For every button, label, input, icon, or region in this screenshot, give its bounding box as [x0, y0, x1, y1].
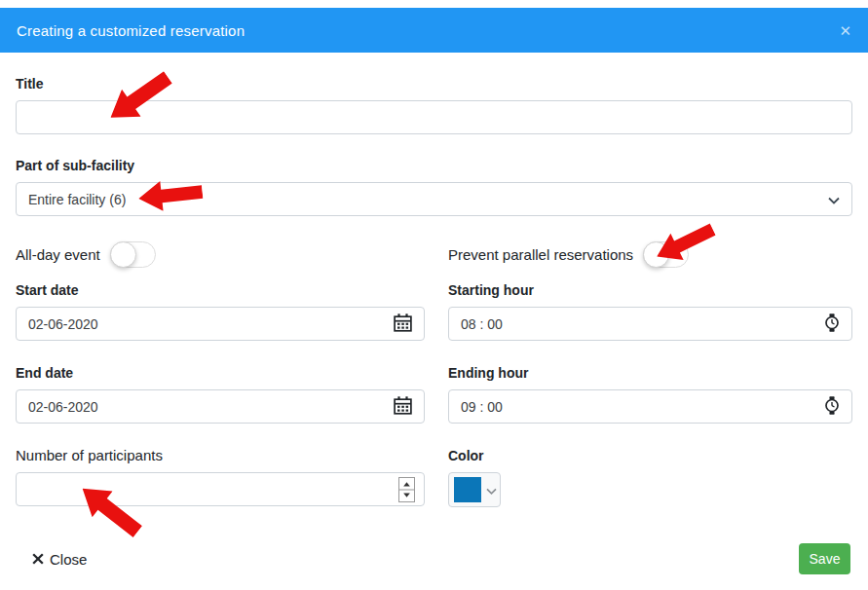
calendar-icon: [394, 396, 412, 418]
starting-hour-value: 08 : 00: [461, 316, 824, 332]
calendar-icon: [394, 313, 412, 335]
close-icon[interactable]: ✕: [839, 23, 851, 38]
start-date-label: Start date: [16, 282, 425, 298]
starting-hour-input[interactable]: 08 : 00: [448, 307, 852, 341]
end-date-label: End date: [16, 365, 425, 381]
sub-facility-selected-option: Entire facility (6): [28, 192, 828, 207]
starting-hour-label: Starting hour: [448, 282, 852, 298]
clock-icon: [824, 396, 840, 418]
color-swatch: [454, 477, 481, 502]
ending-hour-label: Ending hour: [448, 365, 852, 381]
participants-label: Number of participants: [16, 448, 425, 463]
sub-facility-label: Part of sub-facility: [16, 158, 852, 173]
toggle-knob: [643, 241, 669, 268]
clock-icon: [824, 313, 840, 335]
ending-hour-input[interactable]: 09 : 00: [448, 389, 852, 424]
title-label: Title: [16, 76, 852, 92]
sub-facility-select[interactable]: Entire facility (6): [16, 182, 852, 216]
start-date-value: 02-06-2020: [28, 316, 394, 332]
participants-input[interactable]: [16, 472, 425, 506]
page-margin: [0, 0, 868, 8]
prevent-parallel-label: Prevent parallel reservations: [448, 247, 633, 263]
toggle-knob: [110, 241, 136, 268]
color-label: Color: [448, 448, 852, 463]
all-day-label: All-day event: [16, 247, 100, 263]
color-picker[interactable]: [448, 472, 501, 507]
prevent-parallel-toggle[interactable]: [643, 241, 689, 268]
modal-body: Title Part of sub-facility Entire facili…: [0, 76, 868, 507]
save-button[interactable]: Save: [799, 543, 850, 574]
close-button[interactable]: Close: [32, 551, 87, 568]
close-x-icon: [32, 551, 44, 568]
title-input[interactable]: [16, 100, 852, 134]
chevron-down-icon: [828, 192, 840, 207]
modal-header: Creating a customized reservation ✕: [0, 8, 868, 53]
end-date-value: 02-06-2020: [28, 399, 394, 415]
all-day-toggle[interactable]: [110, 241, 156, 268]
end-date-input[interactable]: 02-06-2020: [16, 389, 425, 424]
close-button-label: Close: [50, 551, 87, 568]
start-date-input[interactable]: 02-06-2020: [16, 307, 425, 341]
number-spinner[interactable]: [398, 477, 415, 502]
modal-title: Creating a customized reservation: [17, 22, 245, 39]
ending-hour-value: 09 : 00: [461, 399, 824, 415]
chevron-down-icon: [486, 481, 497, 498]
